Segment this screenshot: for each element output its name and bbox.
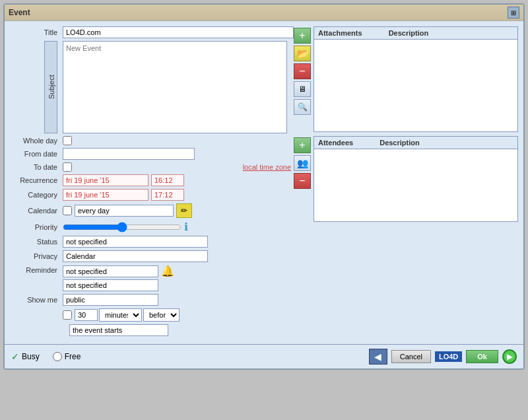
attachment-buttons: + 📂 − 🖥 🔍: [294, 26, 311, 132]
attendees-description-label: Description: [380, 139, 420, 147]
every-day-select[interactable]: every day: [75, 205, 174, 217]
attendee-buttons: + 👥 −: [294, 136, 311, 222]
attendees-body: [314, 149, 517, 215]
before-select[interactable]: before: [143, 308, 180, 322]
from-date-input[interactable]: [63, 148, 195, 160]
reminder-row1: not specified 🔔: [63, 265, 174, 277]
status-row: Status not specified: [10, 236, 294, 248]
show-me-select[interactable]: public: [63, 294, 158, 306]
minutes-unit-select[interactable]: minutes: [99, 308, 142, 322]
busy-radio-label[interactable]: ✓ Busy: [11, 351, 40, 362]
attachment-add-button[interactable]: +: [294, 28, 311, 44]
main-content: Title Subject Whole day From date: [5, 21, 523, 344]
attachment-search-button[interactable]: 🔍: [294, 99, 311, 115]
privacy-select[interactable]: Calendar: [63, 250, 208, 262]
attachment-remove-button[interactable]: −: [294, 63, 311, 79]
priority-info-icon: ℹ: [184, 221, 188, 233]
attendees-label: Attendees: [318, 139, 353, 147]
title-input[interactable]: [63, 26, 294, 38]
bottom-right: ◀ Cancel LO4D Ok ▶: [369, 349, 517, 365]
recurrence-row: Recurrence: [10, 174, 294, 186]
to-date-row: To date local time zone: [10, 162, 294, 172]
attendee-group-button[interactable]: 👥: [294, 155, 311, 171]
local-time-zone-link[interactable]: local time zone: [243, 163, 291, 171]
right-panel: + 📂 − 🖥 🔍 Attachments Description: [294, 26, 518, 339]
priority-label: Priority: [10, 223, 63, 231]
window-title: Event: [9, 8, 30, 17]
category-label: Category: [10, 191, 63, 199]
busy-check-icon: ✓: [11, 351, 19, 362]
reminder-time-row: minutes before: [10, 308, 294, 322]
cancel-button[interactable]: Cancel: [391, 350, 431, 363]
event-window: Event ⊞ Title Subject Whole day: [3, 3, 525, 370]
priority-row: Priority ℹ: [10, 221, 294, 233]
recurrence-date1-input[interactable]: [63, 174, 148, 186]
calendar-label: Calendar: [10, 207, 63, 215]
subject-wrapper: Subject: [10, 41, 294, 133]
free-radio-label[interactable]: Free: [53, 352, 81, 361]
whole-day-label: Whole day: [10, 137, 63, 145]
nav-prev-button[interactable]: ◀: [369, 349, 387, 365]
attachments-panel: Attachments Description: [314, 26, 518, 132]
attendees-panel: Attendees Description: [314, 136, 518, 222]
free-radio-icon: [53, 352, 62, 361]
reminder-select1[interactable]: not specified: [63, 265, 158, 277]
event-starts-select[interactable]: the event starts: [69, 324, 168, 336]
bottom-left: ✓ Busy Free: [11, 351, 81, 362]
title-bar: Event ⊞: [5, 5, 523, 21]
attachments-body: [314, 40, 517, 125]
window-close-button[interactable]: ⊞: [508, 7, 519, 18]
show-me-label: Show me: [10, 296, 63, 304]
reminder-row2: not specified: [63, 279, 174, 291]
recurrence-date2-input[interactable]: [63, 189, 148, 201]
attachments-description-label: Description: [389, 29, 429, 37]
attachments-header: Attachments Description: [314, 27, 517, 40]
event-starts-row: the event starts: [10, 324, 294, 336]
category-row: Category: [10, 189, 294, 201]
from-date-row: From date: [10, 148, 294, 160]
subject-side-label: Subject: [44, 41, 57, 133]
title-row: Title: [10, 26, 294, 38]
attachment-folder-button[interactable]: 📂: [294, 46, 311, 61]
attachment-view-button[interactable]: 🖥: [294, 81, 311, 97]
ok-button[interactable]: Ok: [466, 350, 498, 363]
attendee-add-button[interactable]: +: [294, 137, 311, 153]
whole-day-row: Whole day: [10, 136, 294, 145]
privacy-label: Privacy: [10, 252, 63, 260]
priority-slider[interactable]: [63, 222, 182, 232]
reminder-row: Reminder not specified 🔔 not: [10, 265, 294, 291]
attachments-section: + 📂 − 🖥 🔍 Attachments Description: [294, 26, 518, 132]
status-label: Status: [10, 238, 63, 246]
attendees-header: Attendees Description: [314, 137, 517, 149]
title-label: Title: [10, 28, 63, 36]
status-select[interactable]: not specified: [63, 236, 208, 248]
show-me-row: Show me public: [10, 294, 294, 306]
privacy-row: Privacy Calendar: [10, 250, 294, 262]
reminder-time-checkbox[interactable]: [63, 310, 72, 320]
to-date-checkbox[interactable]: [63, 162, 72, 172]
from-date-label: From date: [10, 150, 63, 158]
logo: LO4D: [435, 351, 462, 362]
free-label: Free: [65, 352, 81, 361]
minutes-input[interactable]: [75, 309, 98, 321]
busy-label: Busy: [22, 352, 40, 361]
calendar-edit-button[interactable]: ✏: [176, 203, 192, 218]
recurrence-label: Recurrence: [10, 176, 63, 184]
calendar-checkbox[interactable]: [63, 206, 72, 215]
bottom-bar: ✓ Busy Free ◀ Cancel LO4D Ok ▶: [5, 344, 523, 368]
attendee-remove-button[interactable]: −: [294, 173, 311, 189]
whole-day-checkbox[interactable]: [63, 136, 72, 145]
reminder-select2[interactable]: not specified: [63, 279, 158, 291]
to-date-label: To date: [10, 163, 63, 171]
subject-textarea[interactable]: [63, 41, 287, 133]
attendees-section: + 👥 − Attendees Description: [294, 136, 518, 222]
reminder-bell-icon: 🔔: [161, 265, 174, 277]
recurrence-time2-input[interactable]: [151, 189, 184, 201]
attachments-label: Attachments: [318, 29, 362, 37]
recurrence-time1-input[interactable]: [151, 174, 184, 186]
reminder-label: Reminder: [10, 265, 63, 274]
reminder-section: not specified 🔔 not specified: [63, 265, 174, 291]
ok-check-icon: ▶: [502, 349, 517, 364]
left-panel: Title Subject Whole day From date: [10, 26, 294, 339]
calendar-row: Calendar every day ✏: [10, 203, 294, 218]
